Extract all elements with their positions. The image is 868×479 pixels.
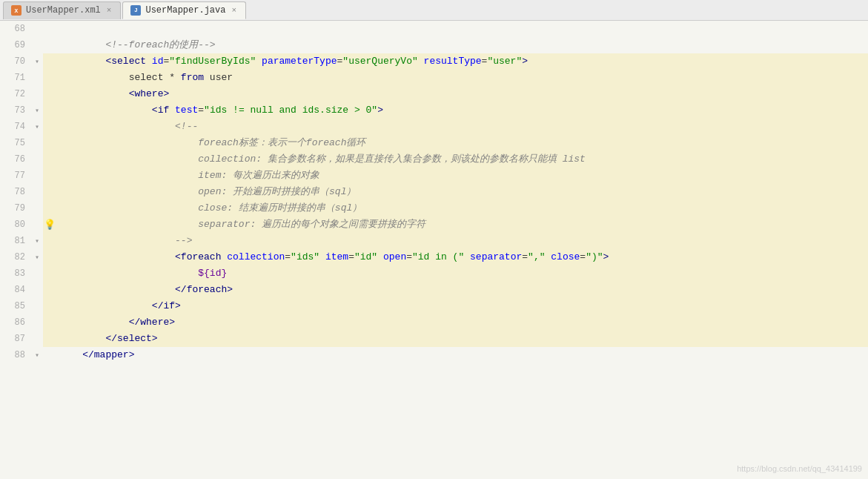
line-82: 82 ▾ <foreach collection="ids" item="id"… (0, 249, 868, 265)
line-number-78: 78 (0, 184, 31, 200)
icon-76 (43, 151, 56, 168)
line-number-68: 68 (0, 21, 31, 37)
icon-87 (43, 331, 56, 347)
icon-70 (43, 53, 56, 70)
code-87: </select> (56, 331, 868, 347)
code-82: <foreach collection="ids" item="id" open… (56, 249, 868, 265)
line-number-84: 84 (0, 282, 31, 298)
line-86: 86 </where> (0, 314, 868, 331)
line-number-81: 81 (0, 233, 31, 249)
fold-80 (31, 217, 43, 233)
fold-70[interactable]: ▾ (31, 53, 43, 70)
code-69: <!--foreach的使用--> (56, 37, 868, 53)
line-number-87: 87 (0, 331, 31, 347)
code-72: <where> (56, 86, 868, 102)
fold-69 (31, 37, 43, 53)
line-number-74: 74 (0, 119, 31, 135)
code-80: separator: 遍历出的每个对象之间需要拼接的字符 (56, 217, 868, 233)
icon-84 (43, 282, 56, 298)
line-79: 79 close: 结束遍历时拼接的串（sql） (0, 200, 868, 217)
line-76: 76 collection: 集合参数名称，如果是直接传入集合参数，则该处的参数… (0, 151, 868, 168)
fold-68 (31, 21, 43, 37)
code-70: <select id="findUserByIds" parameterType… (56, 53, 868, 70)
icon-79 (43, 200, 56, 217)
bulb-icon: 💡 (44, 219, 56, 231)
code-84: </foreach> (56, 282, 868, 298)
fold-78 (31, 184, 43, 200)
tab-java[interactable]: J UserMapper.java × (122, 1, 246, 19)
code-88: </mapper> (56, 347, 868, 363)
line-number-76: 76 (0, 151, 31, 168)
fold-86 (31, 314, 43, 331)
line-69: 69 <!--foreach的使用--> (0, 37, 868, 53)
line-84: 84 </foreach> (0, 282, 868, 298)
tab-java-close[interactable]: × (230, 6, 238, 15)
tab-bar: X UserMapper.xml × J UserMapper.java × (0, 0, 868, 21)
icon-68 (43, 21, 56, 37)
fold-87 (31, 331, 43, 347)
icon-80: 💡 (43, 217, 56, 233)
code-content[interactable]: 68 69 <!--foreach的使用--> 70 ▾ <select id=… (0, 21, 868, 479)
fold-82[interactable]: ▾ (31, 249, 43, 265)
fold-74[interactable]: ▾ (31, 119, 43, 135)
icon-78 (43, 184, 56, 200)
tab-java-label: UserMapper.java (145, 5, 225, 16)
line-number-73: 73 (0, 102, 31, 119)
line-number-82: 82 (0, 249, 31, 265)
icon-85 (43, 298, 56, 314)
line-83: 83 ${id} (0, 265, 868, 282)
code-76: collection: 集合参数名称，如果是直接传入集合参数，则该处的参数名称只… (56, 151, 868, 168)
icon-82 (43, 249, 56, 265)
code-85: </if> (56, 298, 868, 314)
code-81: --> (56, 233, 868, 249)
line-72: 72 <where> (0, 86, 868, 102)
tab-xml-close[interactable]: × (105, 6, 113, 15)
icon-73 (43, 102, 56, 119)
tab-xml-label: UserMapper.xml (26, 5, 101, 16)
code-86: </where> (56, 314, 868, 331)
line-number-75: 75 (0, 135, 31, 151)
line-73: 73 ▾ <if test="ids != null and ids.size … (0, 102, 868, 119)
line-number-85: 85 (0, 298, 31, 314)
fold-76 (31, 151, 43, 168)
tab-xml[interactable]: X UserMapper.xml × (3, 1, 121, 19)
java-icon: J (130, 5, 141, 16)
icon-71 (43, 70, 56, 86)
line-number-72: 72 (0, 86, 31, 102)
fold-84 (31, 282, 43, 298)
line-number-70: 70 (0, 53, 31, 70)
icon-75 (43, 135, 56, 151)
icon-77 (43, 168, 56, 184)
fold-81[interactable]: ▾ (31, 233, 43, 249)
line-number-79: 79 (0, 200, 31, 217)
line-74: 74 ▾ <!-- (0, 119, 868, 135)
icon-83 (43, 265, 56, 282)
line-78: 78 open: 开始遍历时拼接的串（sql） (0, 184, 868, 200)
code-75: foreach标签：表示一个foreach循环 (56, 135, 868, 151)
code-78: open: 开始遍历时拼接的串（sql） (56, 184, 868, 200)
fold-85 (31, 298, 43, 314)
line-number-88: 88 (0, 347, 31, 363)
line-number-86: 86 (0, 314, 31, 331)
code-68 (56, 21, 868, 37)
fold-75 (31, 135, 43, 151)
code-83: ${id} (56, 265, 868, 282)
line-number-80: 80 (0, 217, 31, 233)
watermark: https://blog.csdn.net/qq_43414199 (737, 464, 862, 473)
icon-81 (43, 233, 56, 249)
icon-88 (43, 347, 56, 363)
icon-74 (43, 119, 56, 135)
icon-86 (43, 314, 56, 331)
icon-72 (43, 86, 56, 102)
code-73: <if test="ids != null and ids.size > 0"> (56, 102, 868, 119)
line-number-77: 77 (0, 168, 31, 184)
line-87: 87 </select> (0, 331, 868, 347)
line-75: 75 foreach标签：表示一个foreach循环 (0, 135, 868, 151)
line-68: 68 (0, 21, 868, 37)
fold-88[interactable]: ▾ (31, 347, 43, 363)
line-80: 80 💡 separator: 遍历出的每个对象之间需要拼接的字符 (0, 217, 868, 233)
line-number-83: 83 (0, 265, 31, 282)
fold-72 (31, 86, 43, 102)
fold-73[interactable]: ▾ (31, 102, 43, 119)
code-79: close: 结束遍历时拼接的串（sql） (56, 200, 868, 217)
